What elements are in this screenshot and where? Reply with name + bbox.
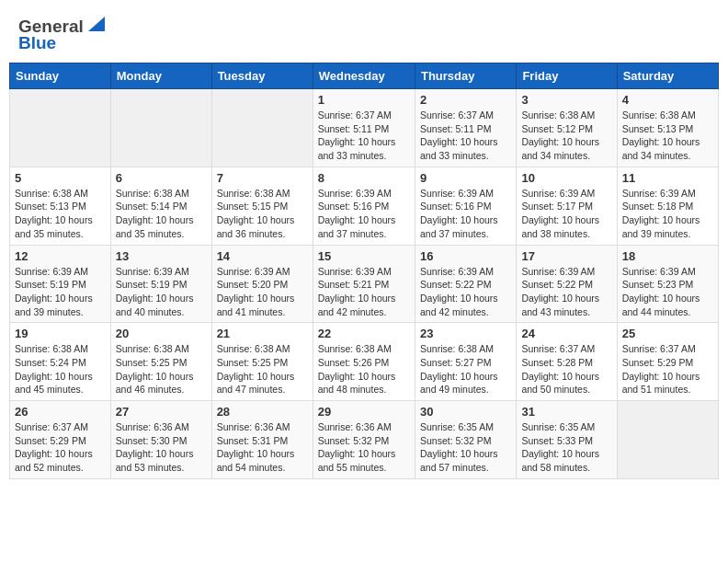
day-number: 23 <box>420 327 511 340</box>
calendar-cell: 3Sunrise: 6:38 AM Sunset: 5:12 PM Daylig… <box>517 89 617 167</box>
day-info: Sunrise: 6:38 AM Sunset: 5:24 PM Dayligh… <box>15 342 106 396</box>
calendar-cell: 31Sunrise: 6:35 AM Sunset: 5:33 PM Dayli… <box>517 401 617 479</box>
calendar-cell: 29Sunrise: 6:36 AM Sunset: 5:32 PM Dayli… <box>313 401 415 479</box>
day-number: 25 <box>622 327 713 340</box>
svg-marker-0 <box>88 17 105 31</box>
calendar-header-row: SundayMondayTuesdayWednesdayThursdayFrid… <box>10 63 719 89</box>
calendar-cell: 24Sunrise: 6:37 AM Sunset: 5:28 PM Dayli… <box>517 323 617 401</box>
day-number: 20 <box>116 327 207 340</box>
day-number: 9 <box>420 171 511 185</box>
col-header-thursday: Thursday <box>415 63 516 89</box>
calendar-week-row: 1Sunrise: 6:37 AM Sunset: 5:11 PM Daylig… <box>10 89 719 167</box>
day-number: 1 <box>318 93 410 107</box>
day-info: Sunrise: 6:39 AM Sunset: 5:21 PM Dayligh… <box>318 265 410 319</box>
day-info: Sunrise: 6:35 AM Sunset: 5:33 PM Dayligh… <box>521 420 611 475</box>
day-number: 2 <box>420 93 511 107</box>
day-number: 30 <box>420 405 511 419</box>
calendar-table: SundayMondayTuesdayWednesdayThursdayFrid… <box>9 63 719 479</box>
calendar-cell <box>10 89 111 167</box>
day-number: 8 <box>318 171 410 185</box>
calendar-cell: 4Sunrise: 6:38 AM Sunset: 5:13 PM Daylig… <box>617 89 718 167</box>
day-info: Sunrise: 6:37 AM Sunset: 5:29 PM Dayligh… <box>622 342 713 396</box>
day-info: Sunrise: 6:38 AM Sunset: 5:13 PM Dayligh… <box>622 109 713 163</box>
col-header-tuesday: Tuesday <box>211 63 313 89</box>
day-info: Sunrise: 6:38 AM Sunset: 5:27 PM Dayligh… <box>420 342 511 396</box>
calendar-cell: 2Sunrise: 6:37 AM Sunset: 5:11 PM Daylig… <box>415 89 516 167</box>
logo-triangle-icon <box>85 17 105 33</box>
day-number: 12 <box>15 249 106 263</box>
day-number: 21 <box>217 327 308 340</box>
calendar-cell: 20Sunrise: 6:38 AM Sunset: 5:25 PM Dayli… <box>110 323 211 401</box>
day-info: Sunrise: 6:39 AM Sunset: 5:18 PM Dayligh… <box>622 187 713 241</box>
calendar-cell: 7Sunrise: 6:38 AM Sunset: 5:15 PM Daylig… <box>211 167 313 245</box>
day-number: 24 <box>521 327 611 340</box>
day-info: Sunrise: 6:38 AM Sunset: 5:25 PM Dayligh… <box>116 342 207 396</box>
day-number: 15 <box>318 249 410 263</box>
day-number: 16 <box>420 249 511 263</box>
day-number: 22 <box>318 327 410 340</box>
calendar-cell: 15Sunrise: 6:39 AM Sunset: 5:21 PM Dayli… <box>313 245 415 323</box>
calendar-cell: 28Sunrise: 6:36 AM Sunset: 5:31 PM Dayli… <box>211 401 313 479</box>
day-number: 10 <box>521 171 611 185</box>
calendar-cell: 13Sunrise: 6:39 AM Sunset: 5:19 PM Dayli… <box>110 245 211 323</box>
calendar-cell: 22Sunrise: 6:38 AM Sunset: 5:26 PM Dayli… <box>313 323 415 401</box>
day-info: Sunrise: 6:39 AM Sunset: 5:16 PM Dayligh… <box>420 187 511 241</box>
calendar-cell: 12Sunrise: 6:39 AM Sunset: 5:19 PM Dayli… <box>10 245 111 323</box>
day-info: Sunrise: 6:37 AM Sunset: 5:11 PM Dayligh… <box>420 109 511 163</box>
day-info: Sunrise: 6:38 AM Sunset: 5:25 PM Dayligh… <box>217 342 308 396</box>
day-info: Sunrise: 6:35 AM Sunset: 5:32 PM Dayligh… <box>420 420 511 475</box>
day-info: Sunrise: 6:39 AM Sunset: 5:23 PM Dayligh… <box>622 265 713 319</box>
day-info: Sunrise: 6:37 AM Sunset: 5:28 PM Dayligh… <box>521 342 611 396</box>
calendar-cell: 10Sunrise: 6:39 AM Sunset: 5:17 PM Dayli… <box>517 167 617 245</box>
calendar-cell: 8Sunrise: 6:39 AM Sunset: 5:16 PM Daylig… <box>313 167 415 245</box>
logo-blue-text: Blue <box>18 33 56 53</box>
day-info: Sunrise: 6:37 AM Sunset: 5:11 PM Dayligh… <box>318 109 410 163</box>
day-info: Sunrise: 6:38 AM Sunset: 5:13 PM Dayligh… <box>15 187 106 241</box>
day-number: 28 <box>217 405 308 419</box>
day-info: Sunrise: 6:37 AM Sunset: 5:29 PM Dayligh… <box>15 420 106 475</box>
calendar-cell: 27Sunrise: 6:36 AM Sunset: 5:30 PM Dayli… <box>110 401 211 479</box>
day-info: Sunrise: 6:38 AM Sunset: 5:26 PM Dayligh… <box>318 342 410 396</box>
col-header-sunday: Sunday <box>10 63 111 89</box>
day-number: 5 <box>15 171 106 185</box>
day-number: 17 <box>521 249 611 263</box>
day-info: Sunrise: 6:38 AM Sunset: 5:12 PM Dayligh… <box>521 109 611 163</box>
day-number: 26 <box>15 405 106 419</box>
col-header-friday: Friday <box>517 63 617 89</box>
calendar-cell: 11Sunrise: 6:39 AM Sunset: 5:18 PM Dayli… <box>617 167 718 245</box>
calendar-week-row: 26Sunrise: 6:37 AM Sunset: 5:29 PM Dayli… <box>10 401 719 479</box>
calendar-cell: 16Sunrise: 6:39 AM Sunset: 5:22 PM Dayli… <box>415 245 516 323</box>
day-info: Sunrise: 6:39 AM Sunset: 5:19 PM Dayligh… <box>15 265 106 319</box>
col-header-monday: Monday <box>110 63 211 89</box>
day-info: Sunrise: 6:36 AM Sunset: 5:32 PM Dayligh… <box>318 420 410 475</box>
day-number: 14 <box>217 249 308 263</box>
day-info: Sunrise: 6:39 AM Sunset: 5:16 PM Dayligh… <box>318 187 410 241</box>
day-number: 31 <box>521 405 611 419</box>
calendar-cell: 9Sunrise: 6:39 AM Sunset: 5:16 PM Daylig… <box>415 167 516 245</box>
day-number: 27 <box>116 405 207 419</box>
calendar-cell: 21Sunrise: 6:38 AM Sunset: 5:25 PM Dayli… <box>211 323 313 401</box>
day-number: 7 <box>217 171 308 185</box>
col-header-wednesday: Wednesday <box>313 63 415 89</box>
calendar-cell: 14Sunrise: 6:39 AM Sunset: 5:20 PM Dayli… <box>211 245 313 323</box>
page-header: General Blue <box>9 9 719 57</box>
calendar-cell: 6Sunrise: 6:38 AM Sunset: 5:14 PM Daylig… <box>110 167 211 245</box>
day-info: Sunrise: 6:38 AM Sunset: 5:14 PM Dayligh… <box>116 187 207 241</box>
calendar-cell: 5Sunrise: 6:38 AM Sunset: 5:13 PM Daylig… <box>10 167 111 245</box>
day-info: Sunrise: 6:39 AM Sunset: 5:22 PM Dayligh… <box>420 265 511 319</box>
calendar-cell <box>211 89 313 167</box>
day-info: Sunrise: 6:39 AM Sunset: 5:19 PM Dayligh… <box>116 265 207 319</box>
day-number: 18 <box>622 249 713 263</box>
logo: General Blue <box>18 17 105 53</box>
day-number: 3 <box>521 93 611 107</box>
day-info: Sunrise: 6:39 AM Sunset: 5:17 PM Dayligh… <box>521 187 611 241</box>
calendar-week-row: 5Sunrise: 6:38 AM Sunset: 5:13 PM Daylig… <box>10 167 719 245</box>
day-info: Sunrise: 6:38 AM Sunset: 5:15 PM Dayligh… <box>217 187 308 241</box>
day-info: Sunrise: 6:36 AM Sunset: 5:31 PM Dayligh… <box>217 420 308 475</box>
calendar-cell <box>110 89 211 167</box>
calendar-cell: 17Sunrise: 6:39 AM Sunset: 5:22 PM Dayli… <box>517 245 617 323</box>
col-header-saturday: Saturday <box>617 63 718 89</box>
calendar-cell: 19Sunrise: 6:38 AM Sunset: 5:24 PM Dayli… <box>10 323 111 401</box>
day-number: 29 <box>318 405 410 419</box>
calendar-cell: 26Sunrise: 6:37 AM Sunset: 5:29 PM Dayli… <box>10 401 111 479</box>
